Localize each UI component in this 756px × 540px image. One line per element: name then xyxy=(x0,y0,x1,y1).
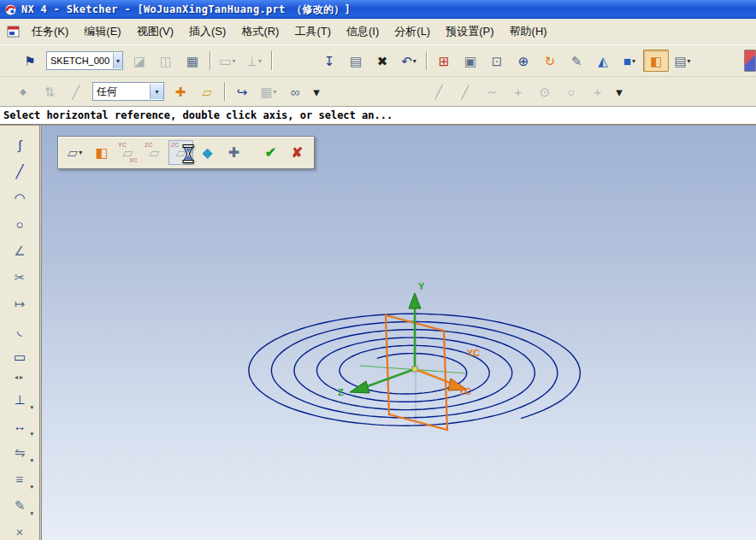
axis-label: Y xyxy=(418,281,425,291)
dimensions-button[interactable]: ↔ ▾ xyxy=(7,414,32,437)
origin-marker[interactable] xyxy=(412,367,417,372)
sketch-grid-button[interactable]: ▦ xyxy=(180,50,205,72)
ok-button[interactable]: ✔ xyxy=(258,140,283,165)
toolbar-grip[interactable]: ◂▸ xyxy=(7,371,32,384)
curve-options-button[interactable]: ▾ xyxy=(611,80,627,103)
line-tool-button[interactable]: ╱ xyxy=(426,80,452,103)
snap-point-button[interactable]: ⌖ xyxy=(10,80,36,103)
selection-options-button[interactable]: ▾ xyxy=(309,80,324,103)
offset-curve-button[interactable]: ≡ ▾ xyxy=(7,467,32,490)
fit-view-button[interactable]: ▣ xyxy=(458,50,483,72)
menu-edit[interactable]: 编辑(E) xyxy=(76,21,128,43)
sketch-plane[interactable] xyxy=(386,315,447,430)
plane-method-button[interactable]: ▱ ▾ xyxy=(62,140,87,165)
constraint-group: ⌖ ⇅ ╱ xyxy=(10,80,89,103)
sketch-name-combobox[interactable]: SKETCH_000 ▾ xyxy=(46,51,123,70)
finish-sketch-button[interactable]: ⚑ xyxy=(17,50,43,72)
menu-task[interactable]: 任务(K) xyxy=(24,21,76,43)
zoom-box-button[interactable]: ⊡ xyxy=(484,50,510,72)
spline-tool-button[interactable]: ∼ xyxy=(479,80,505,103)
inferred-constraint-button[interactable]: ╱ xyxy=(63,80,89,103)
chain-select-button[interactable]: ∞ xyxy=(282,80,308,103)
sketch-name-value: SKETCH_000 xyxy=(47,56,113,66)
toolbar-separator xyxy=(206,50,214,71)
face-select-button[interactable]: ◧ xyxy=(89,140,114,165)
save-button[interactable]: ↧ xyxy=(316,50,342,72)
circle-tool-button[interactable]: ○ xyxy=(558,80,584,103)
fillet-button[interactable]: ◟ xyxy=(7,318,32,342)
arc-button[interactable]: ◠ xyxy=(7,185,32,209)
datum-plane-button[interactable]: ◆ xyxy=(195,140,220,165)
menu-help[interactable]: 帮助(H) xyxy=(502,21,555,43)
menu-info[interactable]: 信息(I) xyxy=(339,21,387,43)
quick-trim-button[interactable]: ✂ xyxy=(7,265,32,289)
prompt-bar: Select horizontal reference, double clic… xyxy=(0,107,756,125)
menu-view[interactable]: 视图(V) xyxy=(129,21,181,43)
circle-button[interactable]: ○ xyxy=(7,212,32,236)
prompt-text: Select horizontal reference, double clic… xyxy=(3,109,393,121)
menu-bar: 任务(K)编辑(E)视图(V)插入(S)格式(R)工具(T)信息(I)分析(L)… xyxy=(0,19,756,45)
line-button[interactable]: ╱ xyxy=(7,159,32,183)
inferred-line-button[interactable]: ╱ xyxy=(452,80,478,103)
title-bar[interactable]: NX 4 - Sketcher - [WoJuanXingTanHuang.pr… xyxy=(0,0,756,19)
graphics-viewport[interactable]: YZYCYC ▱ ▾ ◧ xyxy=(41,126,756,540)
pan-view-button[interactable]: ✎ xyxy=(564,50,589,72)
reattach-button[interactable]: ◪ xyxy=(127,50,152,72)
selection-filter-combobox[interactable]: 任何 ▾ xyxy=(92,82,164,101)
menu-format[interactable]: 格式(R) xyxy=(233,21,286,43)
profile-button[interactable]: ∫ xyxy=(7,132,32,156)
undo-button[interactable]: ↶ ▾ xyxy=(396,50,422,72)
selection-toolbar: ⌖ ⇅ ╱ 任何 ▾ ✚ ▱ xyxy=(0,77,756,107)
quick-extend-button[interactable]: ↦ xyxy=(7,291,32,315)
delete-button[interactable]: ✖ xyxy=(369,50,395,72)
menu-tools[interactable]: 工具(T) xyxy=(286,21,339,43)
selection-filter-dropdown-icon[interactable]: ▾ xyxy=(150,84,163,99)
point-tool-button[interactable]: + xyxy=(505,80,531,103)
display-dimensions-button[interactable]: ▭ ▾ xyxy=(215,50,240,72)
window-title: NX 4 - Sketcher - [WoJuanXingTanHuang.pr… xyxy=(21,3,351,17)
clipped-edge-button[interactable] xyxy=(744,50,756,72)
main-toolbar: ⚑ SKETCH_000 ▾ ◪ ◫ ▦ xyxy=(0,45,756,77)
derived-lines-button[interactable]: ∠ xyxy=(7,238,32,262)
menu-preferences[interactable]: 预设置(P) xyxy=(438,21,501,43)
circle-center-tool-button[interactable]: ⊙ xyxy=(532,80,558,103)
curve-rule-button[interactable]: ↪ xyxy=(229,80,255,103)
rotate-view-button[interactable]: ↻ xyxy=(537,50,563,72)
perspective-button[interactable]: ◭ xyxy=(590,50,616,72)
constraint-toggle-button[interactable]: ⇅ xyxy=(37,80,62,103)
viewport-scene: YZYCYC xyxy=(42,126,756,540)
sketch-name-dropdown-icon[interactable]: ▾ xyxy=(113,53,122,68)
grid-options-button[interactable]: ▦ ▾ xyxy=(256,80,281,103)
orient-horizontal-button[interactable]: ▱ YC XC xyxy=(115,140,140,165)
datum-csys-button[interactable]: ✚ xyxy=(221,140,246,165)
project-curve-button[interactable]: × xyxy=(7,519,32,540)
display-constraints-button[interactable]: ⊥ ▾ xyxy=(241,50,267,72)
orient-vertical-button[interactable]: ▱ ZC xyxy=(142,140,167,165)
system-menu-icon[interactable] xyxy=(7,25,21,38)
mirror-curve-button[interactable]: ⇋ ▾ xyxy=(7,440,32,464)
edit-curve-button[interactable]: ✎ ▾ xyxy=(7,493,32,517)
selection-filter-value: 任何 xyxy=(93,85,121,99)
wireframe-view-button[interactable]: ◧ xyxy=(643,50,669,72)
shaded-view-button[interactable]: ■ ▾ xyxy=(617,50,642,72)
menu-items: 任务(K)编辑(E)视图(V)插入(S)格式(R)工具(T)信息(I)分析(L)… xyxy=(24,21,555,43)
main-toolbar-buttons: ◪ ◫ ▦ ▭ ▾ ⊥ xyxy=(127,50,756,72)
plus-tool-button[interactable]: + xyxy=(585,80,611,103)
toolbar-spacer xyxy=(276,50,316,71)
rectangle-button[interactable]: ▭ xyxy=(7,344,32,368)
y-axis-arrow[interactable] xyxy=(409,293,421,369)
floating-toolbar-spacer xyxy=(248,141,257,164)
orient-view-to-sketch-button[interactable]: ◫ xyxy=(153,50,179,72)
constraints-button[interactable]: ⊥ ▾ xyxy=(7,387,32,411)
snap-options-button[interactable]: ✚ xyxy=(168,80,193,103)
window-layout-button[interactable]: ⊞ xyxy=(431,50,457,72)
cancel-button[interactable]: ✘ xyxy=(285,140,310,165)
z-axis-arrow[interactable] xyxy=(350,369,415,393)
menu-insert[interactable]: 插入(S) xyxy=(181,21,233,43)
work-area: ∫ ╱ ◠ ○ ∠ ✂ xyxy=(0,125,756,540)
render-tools-button[interactable]: ▤ ▾ xyxy=(670,50,695,72)
menu-analysis[interactable]: 分析(L) xyxy=(387,21,438,43)
note-button[interactable]: ▱ xyxy=(194,80,220,103)
print-button[interactable]: ▤ xyxy=(343,50,369,72)
zoom-in-button[interactable]: ⊕ xyxy=(511,50,536,72)
